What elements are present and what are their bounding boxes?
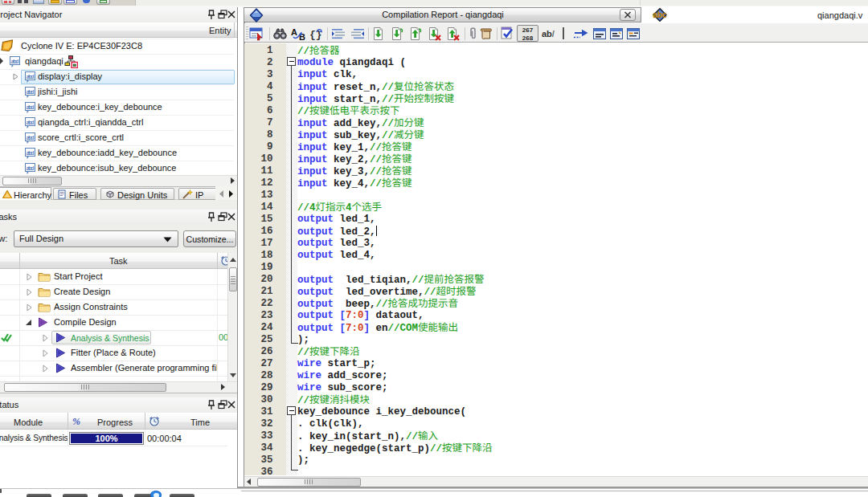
svg-text:A: A (291, 27, 297, 37)
svg-text:abd: abd (27, 88, 35, 95)
svg-text:abd: abd (27, 118, 35, 125)
svg-text:abd: abd (27, 103, 35, 110)
svg-text:abd: abd (27, 149, 35, 156)
svg-text:abd: abd (27, 72, 35, 79)
svg-text:abd: abd (27, 133, 35, 141)
svg-text:{}: {} (309, 29, 322, 41)
svg-text:abc: abc (653, 10, 667, 19)
svg-text:abd: abd (11, 58, 19, 65)
svg-text:abd: abd (27, 164, 35, 171)
